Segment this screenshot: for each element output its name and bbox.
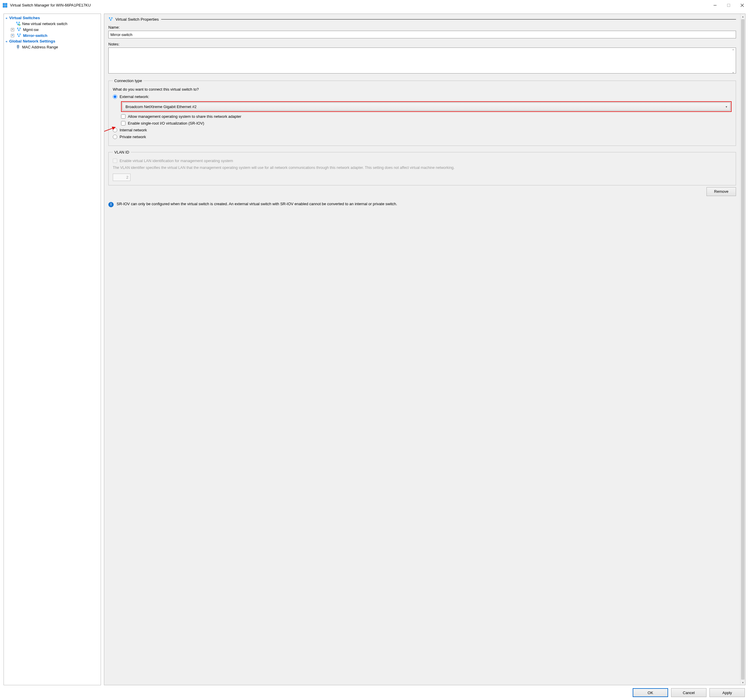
maximize-button[interactable] bbox=[722, 0, 735, 11]
info-message: i SR-IOV can only be configured when the… bbox=[109, 201, 736, 207]
new-virtual-switch-item[interactable]: New virtual network switch bbox=[6, 21, 99, 27]
radio-external-input[interactable] bbox=[113, 95, 117, 99]
svg-rect-20 bbox=[109, 17, 110, 18]
item-label: Mirror-switch bbox=[23, 34, 47, 38]
check-enable-vlan-input bbox=[113, 159, 117, 163]
svg-rect-1 bbox=[5, 3, 7, 5]
minimize-button[interactable] bbox=[708, 0, 722, 11]
switch-icon bbox=[17, 27, 21, 32]
global-settings-group[interactable]: « Global Network Settings bbox=[6, 38, 99, 44]
expand-icon[interactable]: + bbox=[11, 28, 14, 31]
svg-rect-3 bbox=[5, 6, 7, 8]
svg-rect-2 bbox=[3, 6, 5, 8]
radio-internal-input[interactable] bbox=[113, 128, 117, 132]
radio-label: Internal network bbox=[119, 128, 147, 132]
ok-button[interactable]: OK bbox=[633, 688, 668, 697]
chevron-down-icon: ▾ bbox=[726, 105, 727, 109]
svg-rect-13 bbox=[20, 28, 21, 29]
check-enable-sriov[interactable]: Enable single-root I/O virtualization (S… bbox=[121, 121, 732, 125]
collapse-icon: « bbox=[6, 16, 8, 20]
item-label: MAC Address Range bbox=[22, 45, 58, 49]
svg-rect-12 bbox=[17, 28, 18, 29]
check-allow-mgmt[interactable]: Allow management operating system to sha… bbox=[121, 114, 732, 119]
adapter-highlight: Broadcom NetXtreme Gigabit Ethernet #2 ▾ bbox=[121, 101, 732, 112]
window-titlebar: Virtual Switch Manager for WIN-66PA1PE17… bbox=[0, 0, 749, 11]
scroll-thumb[interactable] bbox=[741, 19, 744, 680]
virtual-switches-group[interactable]: « Virtual Switches bbox=[6, 15, 99, 21]
switch-icon bbox=[17, 33, 21, 38]
group-label: Global Network Settings bbox=[9, 39, 55, 43]
mac-icon bbox=[16, 44, 20, 49]
radio-internal[interactable]: Internal network bbox=[113, 128, 732, 132]
connection-type-group: Connection type What do you want to conn… bbox=[109, 78, 736, 146]
info-icon: i bbox=[109, 202, 114, 207]
svg-rect-5 bbox=[728, 4, 730, 6]
divider bbox=[161, 19, 736, 20]
svg-rect-9 bbox=[18, 22, 20, 23]
section-title: Virtual Switch Properties bbox=[115, 17, 159, 21]
vlan-group: VLAN ID Enable virtual LAN identificatio… bbox=[109, 150, 736, 185]
radio-private[interactable]: Private network bbox=[113, 134, 732, 139]
svg-rect-0 bbox=[3, 3, 5, 5]
svg-rect-22 bbox=[110, 20, 111, 21]
sidebar-item-mirror-switch[interactable]: + Mirror-switch bbox=[6, 32, 99, 38]
window-title: Virtual Switch Manager for WIN-66PA1PE17… bbox=[10, 3, 91, 8]
section-header: Virtual Switch Properties bbox=[109, 17, 736, 21]
app-icon bbox=[2, 3, 8, 8]
scroll-up-icon[interactable]: ▴ bbox=[740, 14, 745, 19]
item-label: New virtual network switch bbox=[22, 21, 67, 26]
svg-rect-14 bbox=[18, 30, 20, 31]
group-legend: Connection type bbox=[113, 78, 144, 83]
group-label: Virtual Switches bbox=[9, 16, 40, 20]
svg-rect-18 bbox=[17, 45, 19, 48]
check-enable-vlan: Enable virtual LAN identification for ma… bbox=[113, 159, 732, 163]
svg-rect-17 bbox=[18, 36, 20, 37]
group-legend: VLAN ID bbox=[113, 150, 131, 154]
sidebar-item-mac-range[interactable]: MAC Address Range bbox=[6, 44, 99, 50]
radio-external[interactable]: External network: bbox=[113, 95, 732, 99]
svg-rect-15 bbox=[17, 34, 18, 35]
expand-icon[interactable]: + bbox=[11, 34, 14, 37]
switch-add-icon bbox=[16, 21, 20, 26]
radio-label: Private network bbox=[119, 134, 146, 139]
panel-scrollbar[interactable]: ▴ ▾ bbox=[740, 14, 745, 685]
svg-rect-19 bbox=[17, 49, 18, 49]
cancel-button[interactable]: Cancel bbox=[671, 688, 706, 697]
radio-label: External network: bbox=[119, 95, 149, 99]
connection-question: What do you want to connect this virtual… bbox=[113, 87, 732, 92]
switch-icon bbox=[109, 17, 113, 21]
sidebar-item-mgmt-sw[interactable]: + Mgmt-sw bbox=[6, 27, 99, 32]
vlan-id-input bbox=[113, 174, 130, 181]
name-label: Name: bbox=[109, 25, 736, 29]
svg-rect-8 bbox=[16, 22, 17, 23]
radio-private-input[interactable] bbox=[113, 134, 117, 139]
check-allow-mgmt-input[interactable] bbox=[121, 114, 125, 119]
check-enable-sriov-input[interactable] bbox=[121, 121, 125, 125]
adapter-select[interactable]: Broadcom NetXtreme Gigabit Ethernet #2 ▾ bbox=[122, 102, 731, 111]
item-label: Mgmt-sw bbox=[23, 28, 39, 32]
dialog-footer: OK Cancel Apply bbox=[0, 685, 749, 700]
adapter-value: Broadcom NetXtreme Gigabit Ethernet #2 bbox=[125, 104, 197, 109]
collapse-icon: « bbox=[6, 40, 8, 43]
info-text: SR-IOV can only be configured when the v… bbox=[117, 201, 397, 207]
name-input[interactable] bbox=[109, 31, 736, 38]
svg-rect-21 bbox=[111, 17, 113, 18]
apply-button[interactable]: Apply bbox=[709, 688, 745, 697]
svg-rect-10 bbox=[17, 24, 18, 25]
check-label: Enable virtual LAN identification for ma… bbox=[119, 159, 233, 163]
scroll-down-icon[interactable]: ▾ bbox=[740, 680, 745, 685]
sidebar-tree[interactable]: « Virtual Switches New virtual network s… bbox=[3, 14, 101, 685]
check-label: Allow management operating system to sha… bbox=[128, 114, 241, 119]
svg-rect-16 bbox=[20, 34, 21, 35]
notes-textarea[interactable] bbox=[109, 47, 736, 73]
remove-button[interactable]: Remove bbox=[706, 187, 736, 196]
notes-label: Notes: bbox=[109, 42, 736, 46]
detail-panel: Virtual Switch Properties Name: Notes: ▴… bbox=[104, 14, 746, 685]
check-label: Enable single-root I/O virtualization (S… bbox=[128, 121, 204, 125]
close-button[interactable] bbox=[735, 0, 749, 11]
vlan-description: The VLAN identifier specifies the virtua… bbox=[113, 165, 732, 171]
